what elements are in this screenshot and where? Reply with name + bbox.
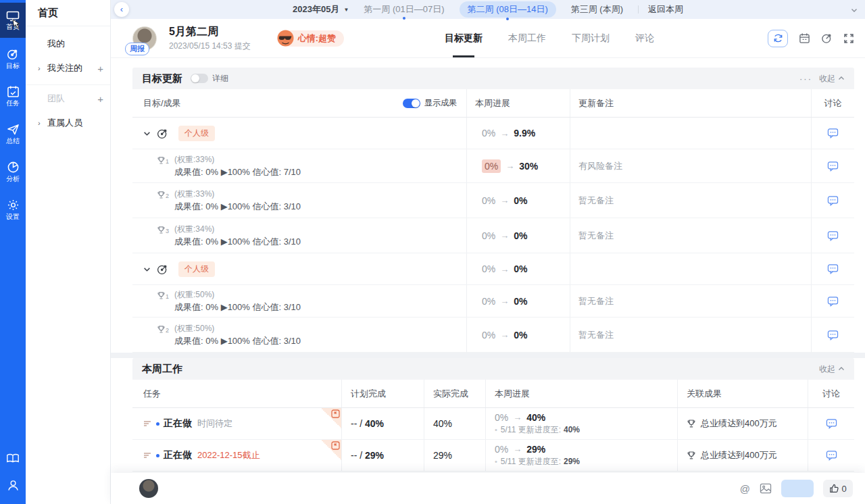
week-tab-2-active[interactable]: 第二周 (08日—14日) [460, 1, 556, 18]
mood-badge: 心情:超赞 [278, 30, 344, 47]
goal-compass-icon[interactable] [821, 32, 833, 44]
add-following-button[interactable]: + [97, 63, 103, 74]
fullscreen-icon[interactable] [843, 33, 854, 44]
goal-row-objective[interactable]: 个人级 0% → 0% [132, 253, 854, 285]
chevron-down-icon[interactable] [143, 130, 151, 137]
goal-row-kr[interactable]: 3 (权重:34%) 成果值: 0% ▶100% 信心值: 3/10 0% → … [132, 218, 854, 253]
goal-row-kr[interactable]: 2 (权重:50%) 成果值: 0% ▶100% 信心值: 3/10 0% → … [132, 318, 854, 353]
sync-button[interactable] [768, 30, 788, 47]
task-row[interactable]: 正在做 时间待定 -- / 40% 40% 0% → 40% • [132, 408, 854, 440]
kr-detail: 成果值: 0% ▶100% 信心值: 7/10 [174, 166, 301, 178]
column-discuss: 讨论 [811, 89, 854, 117]
send-button[interactable] [781, 480, 814, 497]
pie-chart-icon [7, 161, 20, 174]
discussion-icon[interactable] [826, 418, 837, 429]
column-task: 任务 [132, 380, 341, 407]
chevron-up-icon [838, 366, 845, 372]
calendar-icon[interactable] [799, 32, 810, 44]
chevron-down-icon[interactable] [143, 266, 151, 273]
sidebar-item-my[interactable]: 我的 [26, 32, 110, 56]
nav-item-summary[interactable]: 总结 [0, 116, 26, 151]
task-type-icon [143, 452, 151, 459]
status-dot [156, 422, 159, 426]
kr-trophy-icon: 1 [157, 291, 169, 300]
risk-highlight: 0% [482, 159, 501, 173]
discussion-icon[interactable] [827, 195, 839, 206]
more-actions-icon[interactable]: ··· [799, 74, 812, 84]
discussion-icon[interactable] [827, 263, 839, 274]
add-team-button[interactable]: + [97, 93, 103, 105]
month-dropdown[interactable]: 2023年05月 ▼ [293, 3, 349, 16]
collapse-sidebar-button[interactable]: ‹ [114, 2, 129, 17]
column-progress: 本周进展 [466, 89, 570, 117]
caret-down-icon: ▼ [343, 7, 349, 13]
sidebar-item-team[interactable]: 团队 + [26, 86, 110, 111]
cool-emoji-icon [276, 29, 295, 47]
tab-next-week-plan[interactable]: 下周计划 [572, 19, 610, 57]
column-discuss: 讨论 [808, 380, 854, 407]
nav-item-goals[interactable]: 目标 [0, 41, 26, 76]
tasks-section-header: 本周工作 收起 [132, 358, 854, 380]
person-icon [7, 479, 20, 492]
mention-icon[interactable]: @ [740, 483, 750, 495]
discussion-icon[interactable] [826, 450, 837, 461]
nav-item-label: 总结 [6, 138, 20, 145]
nav-item-tasks[interactable]: 任务 [0, 78, 26, 114]
column-linked: 关联成果 [677, 380, 808, 407]
back-to-current-week-button[interactable]: 返回本周 [648, 3, 683, 16]
nav-item-analysis[interactable]: 分析 [0, 154, 26, 189]
thumbs-up-icon [829, 484, 839, 493]
discussion-icon[interactable] [827, 330, 839, 341]
sidebar-item-direct-reports[interactable]: › 直属人员 [26, 111, 110, 135]
report-header: 周报 5月第二周 2023/05/15 14:53 提交 心情:超赞 目标更新 … [111, 19, 865, 58]
tab-comments[interactable]: 评论 [635, 19, 654, 57]
collapse-goal-section-button[interactable]: 收起 [819, 73, 845, 84]
task-row[interactable]: 正在做 2022-12-15截止 -- / 29% 29% 0% → 29% [132, 440, 854, 472]
tab-goal-update[interactable]: 目标更新 [445, 19, 483, 57]
sidebar-item-following[interactable]: › 我关注的 + [26, 56, 110, 80]
report-title: 5月第二周 [169, 25, 251, 39]
status-dot [156, 454, 159, 457]
goal-row-objective[interactable]: 个人级 0% → 9.9% [132, 118, 854, 149]
goal-row-kr[interactable]: 1 (权重:33%) 成果值: 0% ▶100% 信心值: 7/10 0% → … [132, 149, 854, 183]
discussion-icon[interactable] [827, 161, 839, 172]
task-table-header: 任务 计划完成 实际完成 本周进展 关联成果 讨论 [132, 380, 854, 408]
discussion-icon[interactable] [827, 128, 839, 138]
discussion-icon[interactable] [827, 230, 839, 241]
nav-item-home[interactable]: 首页 [0, 3, 26, 38]
nav-item-settings[interactable]: 设置 [0, 192, 26, 227]
like-button[interactable]: 0 [823, 480, 853, 497]
linked-kr[interactable]: 总业绩达到400万元 [687, 418, 777, 430]
discussion-icon[interactable] [827, 296, 839, 307]
week-selector: 2023年05月 ▼ 第一周 (01日—07日) 第二周 (08日—14日) 第… [293, 1, 683, 18]
mouse-cursor-icon [11, 19, 21, 30]
show-results-toggle[interactable] [403, 99, 420, 108]
column-planned: 计划完成 [341, 380, 424, 407]
divider [638, 5, 639, 14]
secondary-sidebar: 首页 我的 › 我关注的 + 团队 + › 直属人员 [26, 0, 111, 504]
main-panel: ‹ 2023年05月 ▼ 第一周 (01日—07日) 第二周 (08日—14日)… [111, 0, 865, 504]
nav-item-label: 任务 [6, 100, 20, 107]
goal-table-header: 目标/成果 显示成果 本周进展 更新备注 讨论 [132, 89, 854, 118]
task-type-icon [143, 420, 151, 427]
report-submit-time: 2023/05/15 14:53 提交 [169, 41, 251, 52]
kr-trophy-icon: 3 [157, 226, 169, 234]
show-results-label: 显示成果 [424, 97, 457, 109]
collapse-tasks-section-button[interactable]: 收起 [819, 363, 845, 375]
image-upload-icon[interactable] [760, 483, 772, 494]
goal-row-kr[interactable]: 1 (权重:50%) 成果值: 0% ▶100% 信心值: 3/10 0% → … [132, 285, 854, 318]
week-tab-3[interactable]: 第三周 (本周) [566, 2, 628, 17]
report-type-badge: 周报 [125, 43, 149, 55]
tab-this-week-work[interactable]: 本周工作 [508, 19, 546, 57]
nav-item-label: 目标 [6, 63, 20, 70]
week-tab-1[interactable]: 第一周 (01日—07日) [358, 2, 449, 17]
avatar[interactable] [139, 479, 158, 498]
nav-item-guide[interactable] [0, 445, 26, 472]
level-badge: 个人级 [178, 261, 215, 277]
trophy-icon [687, 419, 696, 428]
detail-toggle[interactable] [191, 74, 208, 83]
goal-row-kr[interactable]: 2 (权重:33%) 成果值: 0% ▶100% 信心值: 3/10 0% → … [132, 183, 854, 218]
nav-item-profile[interactable] [0, 472, 26, 499]
chevron-down-icon[interactable] [850, 5, 858, 17]
linked-kr[interactable]: 总业绩达到400万元 [687, 449, 777, 461]
